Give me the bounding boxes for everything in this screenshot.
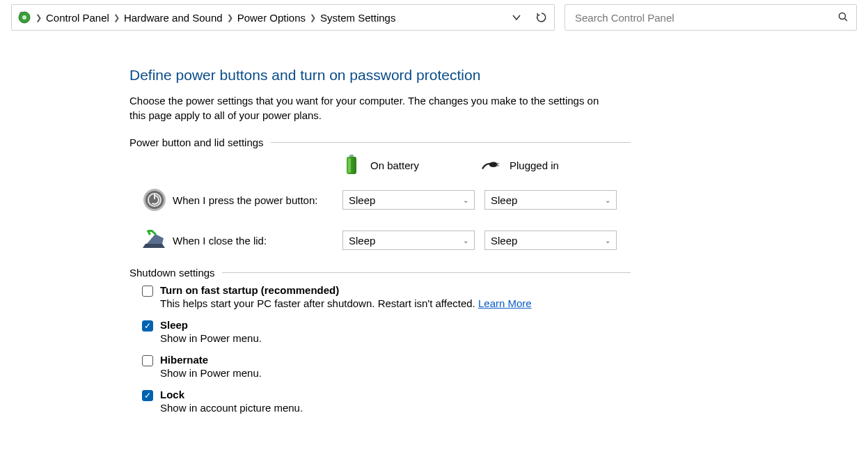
breadcrumb-item[interactable]: System Settings: [320, 12, 395, 24]
section-label-shutdown: Shutdown settings: [129, 267, 215, 279]
address-bar[interactable]: ❯ Control Panel ❯ Hardware and Sound ❯ P…: [11, 4, 555, 31]
breadcrumb-item[interactable]: Hardware and Sound: [124, 12, 223, 24]
divider: [271, 142, 631, 143]
option-desc: Show in Power menu.: [160, 332, 262, 344]
breadcrumb-item[interactable]: Power Options: [237, 12, 306, 24]
search-bar[interactable]: [565, 4, 857, 31]
plug-icon: [482, 154, 500, 176]
history-dropdown-button[interactable]: [510, 10, 523, 24]
dropdown-power-button-battery[interactable]: Sleep ⌄: [342, 190, 475, 210]
checkbox-lock[interactable]: ✓: [142, 390, 153, 401]
breadcrumb: ❯ Control Panel ❯ Hardware and Sound ❯ P…: [35, 12, 500, 24]
svg-point-2: [839, 13, 846, 19]
svg-rect-6: [348, 158, 351, 173]
svg-rect-4: [349, 155, 354, 157]
svg-point-7: [489, 162, 498, 167]
search-input[interactable]: [574, 11, 838, 24]
svg-point-1: [22, 15, 26, 20]
option-title: Sleep: [160, 319, 262, 331]
dropdown-close-lid-plugged[interactable]: Sleep ⌄: [484, 231, 617, 250]
dropdown-value: Sleep: [349, 235, 375, 247]
control-panel-icon: [17, 10, 31, 24]
page-title: Define power buttons and turn on passwor…: [129, 67, 631, 84]
page-description: Choose the power settings that you want …: [129, 93, 617, 123]
svg-rect-9: [496, 165, 499, 166]
power-button-icon: [141, 186, 168, 214]
chevron-right-icon: ❯: [227, 13, 233, 22]
option-title: Lock: [160, 389, 303, 400]
option-desc: This helps start your PC faster after sh…: [160, 297, 532, 309]
section-label-power: Power button and lid settings: [129, 137, 264, 148]
option-title: Turn on fast startup (recommended): [160, 284, 532, 296]
option-desc: Show in Power menu.: [160, 367, 262, 379]
chevron-right-icon: ❯: [310, 13, 316, 22]
chevron-down-icon: ⌄: [463, 237, 468, 244]
dropdown-value: Sleep: [491, 235, 517, 247]
row-label-power-button: When I press the power button:: [173, 194, 342, 206]
dropdown-value: Sleep: [491, 194, 517, 206]
svg-line-3: [845, 18, 848, 21]
checkbox-sleep[interactable]: ✓: [142, 320, 153, 332]
chevron-down-icon: ⌄: [605, 237, 610, 244]
dropdown-power-button-plugged[interactable]: Sleep ⌄: [484, 190, 617, 210]
dropdown-value: Sleep: [349, 194, 375, 206]
lid-icon: [141, 226, 168, 254]
column-header-plugged: Plugged in: [510, 159, 559, 171]
breadcrumb-item[interactable]: Control Panel: [46, 12, 109, 24]
svg-rect-8: [496, 163, 499, 164]
battery-icon: [342, 154, 361, 176]
chevron-down-icon: ⌄: [605, 196, 610, 204]
chevron-down-icon: ⌄: [463, 196, 468, 204]
chevron-right-icon: ❯: [35, 13, 42, 22]
search-icon[interactable]: [838, 12, 848, 24]
row-label-close-lid: When I close the lid:: [173, 235, 342, 247]
learn-more-link[interactable]: Learn More: [478, 297, 532, 309]
divider: [222, 272, 631, 273]
column-header-battery: On battery: [370, 159, 419, 171]
dropdown-close-lid-battery[interactable]: Sleep ⌄: [342, 231, 475, 250]
checkbox-fast-startup[interactable]: [142, 286, 153, 297]
checkbox-hibernate[interactable]: [142, 355, 153, 366]
option-desc: Show in account picture menu.: [160, 402, 303, 414]
chevron-right-icon: ❯: [113, 13, 120, 22]
refresh-button[interactable]: [535, 10, 549, 24]
option-title: Hibernate: [160, 354, 262, 366]
